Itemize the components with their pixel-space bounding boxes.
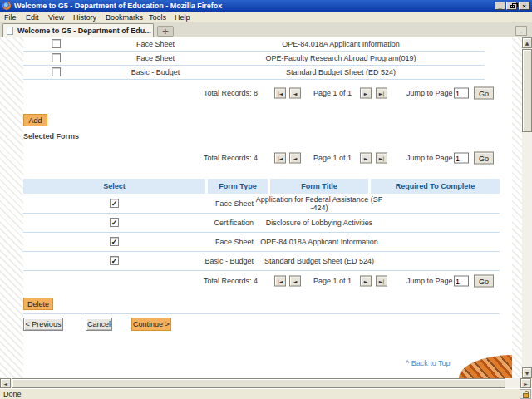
form-type-cell: Face Sheet [179,200,254,208]
sort-link-form-type[interactable]: Form Type [219,182,256,190]
scroll-left-icon[interactable]: ◄ [0,378,11,388]
restore-icon [510,5,515,8]
title-bar[interactable]: Welcome to G5 - Department of Education … [0,0,532,12]
classroom-photo [459,355,512,378]
jump-to-page-input[interactable] [454,153,469,164]
go-button[interactable]: Go [474,275,494,288]
total-records-label: Total Records: 4 [150,154,258,162]
jump-to-page-label: Jump to Page [406,154,453,162]
form-title-cell: Standard Budget Sheet (ED 524) [200,68,482,76]
menu-bar: File Edit View History Bookmarks Tools H… [0,12,532,22]
menu-view[interactable]: View [46,12,66,22]
form-title-cell: OPE-Faculty Research Abroad Program(019) [200,54,482,62]
minimize-button[interactable]: _ [495,2,505,10]
section-divider [23,313,500,314]
pager-last-icon[interactable]: ►| [376,88,387,99]
browser-window: Welcome to G5 - Department of Education … [0,0,532,399]
pager-next-icon[interactable]: ► [360,88,372,99]
table-bottom-border [23,79,485,80]
column-header-form-type[interactable]: Form Type [208,179,268,194]
page-indicator: Page 1 of 1 [306,277,359,285]
menu-help[interactable]: Help [172,12,193,22]
tab-welcome-g5[interactable]: Welcome to G5 - Department of Edu... [2,23,154,37]
form-type-cell: Certification [179,219,254,227]
total-records-label: Total Records: 4 [150,277,258,285]
menu-edit[interactable]: Edit [23,12,42,22]
vertical-scrollbar-thumb[interactable] [522,49,532,132]
cancel-button[interactable]: Cancel [86,318,112,331]
column-header-select: Select [23,179,205,194]
scroll-up-icon[interactable]: ▲ [522,37,532,48]
pagination-available-forms: Total Records: 8 |◄ ◄ Page 1 of 1 ► ►| J… [0,84,522,102]
table-row: Basic - Budget Standard Budget Sheet (ED… [0,251,522,270]
pagination-selected-top: Total Records: 4 |◄ ◄ Page 1 of 1 ► ►| J… [0,149,522,167]
selected-forms-heading: Selected Forms [23,132,79,140]
menu-bookmarks[interactable]: Bookmarks [103,12,145,22]
table-row: Basic - Budget Standard Budget Sheet (ED… [0,66,522,79]
jump-to-page-label: Jump to Page [406,89,453,97]
delete-button[interactable]: Delete [23,298,53,310]
horizontal-scrollbar-thumb[interactable] [12,378,505,388]
required-checkbox[interactable]: ✓ [110,256,119,265]
horizontal-scrollbar[interactable]: ◄ ► [0,378,532,388]
back-to-top-link[interactable]: ^ Back to Top [406,359,451,367]
status-text: Done [3,390,22,398]
required-checkbox[interactable]: ✓ [110,237,119,246]
form-type-cell: Face Sheet [106,54,205,62]
column-header-form-title[interactable]: Form Title [270,179,368,194]
table-row: Face Sheet Application for Federal Assis… [0,194,522,213]
column-header-required: Required To Complete [371,179,500,194]
restore-button[interactable] [506,2,517,10]
security-panel [520,389,531,399]
select-checkbox[interactable] [52,53,61,62]
required-checkbox[interactable]: ✓ [110,199,119,208]
select-checkbox[interactable] [52,39,61,48]
pager-next-icon[interactable]: ► [360,153,372,164]
form-type-cell: Basic - Budget [179,257,254,265]
go-button[interactable]: Go [474,87,494,100]
menu-file[interactable]: File [2,12,19,22]
page-content: Face Sheet OPE-84.018A Applicant Informa… [0,37,522,378]
pager-last-icon[interactable]: ►| [376,276,387,287]
pager-first-icon[interactable]: |◄ [274,88,286,99]
go-button[interactable]: Go [474,152,494,165]
total-records-label: Total Records: 8 [150,89,258,97]
pager-first-icon[interactable]: |◄ [274,153,286,164]
form-title-cell: OPE-84.018A Applicant Information [253,238,386,246]
pager-prev-icon[interactable]: ◄ [289,88,301,99]
scroll-right-icon[interactable]: ► [520,378,531,388]
lock-icon [523,393,529,398]
pager-next-icon[interactable]: ► [360,276,372,287]
add-button[interactable]: Add [23,114,47,126]
form-title-cell: OPE-84.018A Applicant Information [200,40,482,48]
scroll-down-icon[interactable]: ▼ [522,367,532,378]
page-icon [7,27,13,35]
jump-to-page-label: Jump to Page [406,277,453,285]
pager-first-icon[interactable]: |◄ [274,276,286,287]
jump-to-page-input[interactable] [454,88,469,99]
previous-button[interactable]: < Previous [23,318,63,331]
pager-prev-icon[interactable]: ◄ [289,153,301,164]
vertical-scrollbar[interactable]: ▲ ▼ [522,37,532,378]
tab-title: Welcome to G5 - Department of Edu... [17,27,151,35]
continue-button[interactable]: Continue > [131,318,171,331]
tab-overflow-button[interactable]: - [515,26,527,36]
sort-link-form-title[interactable]: Form Title [301,182,337,190]
select-checkbox[interactable] [52,67,61,76]
menu-tools[interactable]: Tools [146,12,169,22]
table-row: Face Sheet OPE-84.018A Applicant Informa… [0,37,522,51]
new-tab-button[interactable]: + [157,26,174,37]
close-button[interactable]: × [519,2,530,10]
table-row: Face Sheet OPE-84.018A Applicant Informa… [0,232,522,251]
form-title-cell: Standard Budget Sheet (ED 524) [253,257,386,265]
page-indicator: Page 1 of 1 [306,154,359,162]
pager-prev-icon[interactable]: ◄ [289,276,301,287]
menu-history[interactable]: History [71,12,99,22]
jump-to-page-input[interactable] [454,276,469,287]
table-bottom-border [23,270,500,271]
required-checkbox[interactable]: ✓ [110,218,119,227]
form-type-cell: Face Sheet [179,238,254,246]
pagination-selected-bottom: Total Records: 4 |◄ ◄ Page 1 of 1 ► ►| J… [0,272,522,290]
pager-last-icon[interactable]: ►| [376,153,387,164]
tab-bar: Welcome to G5 - Department of Edu... + - [0,22,532,37]
